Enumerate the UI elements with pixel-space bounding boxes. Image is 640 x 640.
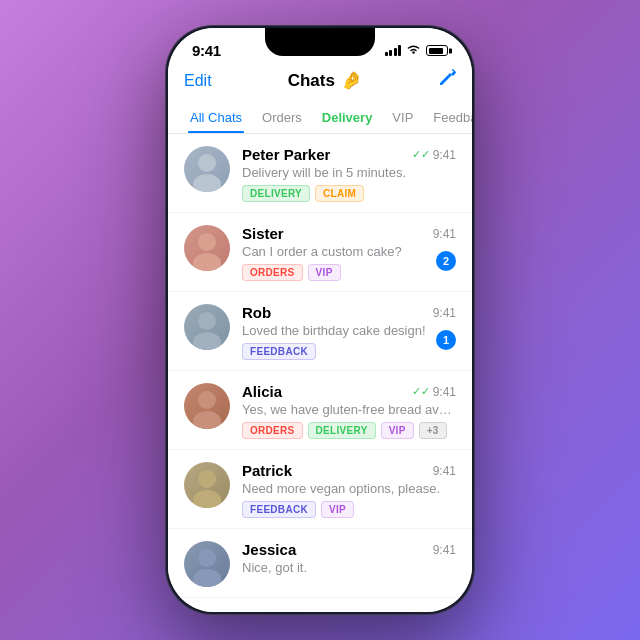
chat-time-alicia: ✓✓ 9:41 <box>412 385 456 399</box>
chat-name-rob: Rob <box>242 304 271 321</box>
svg-point-4 <box>198 312 216 330</box>
chat-preview-jessica: Nice, got it. <box>242 560 456 575</box>
avatar-alicia <box>184 383 230 429</box>
svg-point-3 <box>193 253 221 271</box>
tag-feedback: FEEDBACK <box>242 343 316 360</box>
tab-delivery[interactable]: Delivery <box>312 102 383 133</box>
chat-name-jessica: Jessica <box>242 541 296 558</box>
status-bar: 9:41 <box>168 28 472 65</box>
chat-preview-patrick: Need more vegan options, please. <box>242 481 456 496</box>
header: Edit Chats 🤌 <box>168 65 472 102</box>
avatar-rob <box>184 304 230 350</box>
svg-point-0 <box>198 154 216 172</box>
chat-preview-alicia: Yes, we have gluten-free bread available… <box>242 402 456 417</box>
chat-tags-sister: ORDERS VIP <box>242 264 456 281</box>
chat-name-alicia: Alicia <box>242 383 282 400</box>
chat-item-rob[interactable]: Rob 9:41 Loved the birthday cake design!… <box>168 292 472 371</box>
tag-vip: VIP <box>308 264 341 281</box>
svg-point-11 <box>193 569 221 587</box>
chat-time-sister: 9:41 <box>433 227 456 241</box>
chat-item-jessica[interactable]: Jessica 9:41 Nice, got it. <box>168 529 472 598</box>
wifi-icon <box>406 44 421 57</box>
compose-button[interactable] <box>438 69 456 92</box>
chat-content-alicia: Alicia ✓✓ 9:41 Yes, we have gluten-free … <box>242 383 456 439</box>
chat-content-patrick: Patrick 9:41 Need more vegan options, pl… <box>242 462 456 518</box>
phone-frame: 9:41 <box>165 25 475 615</box>
chat-content-rob: Rob 9:41 Loved the birthday cake design!… <box>242 304 456 360</box>
chat-preview-rob: Loved the birthday cake design! <box>242 323 456 338</box>
chat-tags-patrick: FEEDBACK VIP <box>242 501 456 518</box>
tag-orders: ORDERS <box>242 264 303 281</box>
title-emoji: 🤌 <box>341 70 362 91</box>
notch <box>265 28 375 56</box>
chat-preview-sister: Can I order a custom cake? <box>242 244 456 259</box>
avatar-jessica <box>184 541 230 587</box>
svg-point-1 <box>193 174 221 192</box>
unread-badge-sister: 2 <box>436 251 456 271</box>
chat-item-alicia[interactable]: Alicia ✓✓ 9:41 Yes, we have gluten-free … <box>168 371 472 450</box>
tag-orders-alicia: ORDERS <box>242 422 303 439</box>
chat-content-sister: Sister 9:41 Can I order a custom cake? O… <box>242 225 456 281</box>
chat-time-rob: 9:41 <box>433 306 456 320</box>
chat-name-sister: Sister <box>242 225 284 242</box>
chat-content-jessica: Jessica 9:41 Nice, got it. <box>242 541 456 580</box>
chat-preview-peter: Delivery will be in 5 minutes. <box>242 165 456 180</box>
avatar-peter <box>184 146 230 192</box>
tab-orders[interactable]: Orders <box>252 102 312 133</box>
svg-point-7 <box>193 411 221 429</box>
chat-time-jessica: 9:41 <box>433 543 456 557</box>
tag-vip-alicia: VIP <box>381 422 414 439</box>
svg-point-5 <box>193 332 221 350</box>
svg-point-6 <box>198 391 216 409</box>
signal-bars-icon <box>385 45 402 56</box>
status-time: 9:41 <box>192 42 221 59</box>
svg-point-2 <box>198 233 216 251</box>
chat-time-patrick: 9:41 <box>433 464 456 478</box>
tag-feedback-patrick: FEEDBACK <box>242 501 316 518</box>
avatar-patrick <box>184 462 230 508</box>
title-text: Chats <box>288 71 335 91</box>
chat-tags-alicia: ORDERS DELIVERY VIP +3 <box>242 422 456 439</box>
svg-point-8 <box>198 470 216 488</box>
battery-icon <box>426 45 448 56</box>
avatar-sister <box>184 225 230 271</box>
chat-time-peter: ✓✓ 9:41 <box>412 148 456 162</box>
tab-vip[interactable]: VIP <box>382 102 423 133</box>
filter-tabs: All Chats Orders Delivery VIP Feedback <box>168 102 472 134</box>
edit-button[interactable]: Edit <box>184 72 212 90</box>
tag-delivery-alicia: DELIVERY <box>308 422 376 439</box>
chat-tags-peter: DELIVERY CLAIM <box>242 185 456 202</box>
chat-item-sister[interactable]: Sister 9:41 Can I order a custom cake? O… <box>168 213 472 292</box>
chat-name-patrick: Patrick <box>242 462 292 479</box>
tab-all-chats[interactable]: All Chats <box>180 102 252 133</box>
tag-claim: CLAIM <box>315 185 364 202</box>
header-title: Chats 🤌 <box>288 70 362 91</box>
phone-screen: 9:41 <box>168 28 472 612</box>
read-checkmark-alicia: ✓✓ <box>412 385 430 398</box>
chat-content-peter: Peter Parker ✓✓ 9:41 Delivery will be in… <box>242 146 456 202</box>
chat-name-peter: Peter Parker <box>242 146 330 163</box>
chat-tags-rob: FEEDBACK <box>242 343 456 360</box>
tag-more-alicia: +3 <box>419 422 447 439</box>
svg-point-10 <box>198 549 216 567</box>
chat-item-patrick[interactable]: Patrick 9:41 Need more vegan options, pl… <box>168 450 472 529</box>
unread-badge-rob: 1 <box>436 330 456 350</box>
tag-vip-patrick: VIP <box>321 501 354 518</box>
status-icons <box>385 44 449 57</box>
tab-feedback[interactable]: Feedback <box>423 102 472 133</box>
chat-list: Peter Parker ✓✓ 9:41 Delivery will be in… <box>168 134 472 612</box>
chat-item-peter[interactable]: Peter Parker ✓✓ 9:41 Delivery will be in… <box>168 134 472 213</box>
tag-delivery: DELIVERY <box>242 185 310 202</box>
svg-point-9 <box>193 490 221 508</box>
read-checkmark: ✓✓ <box>412 148 430 161</box>
